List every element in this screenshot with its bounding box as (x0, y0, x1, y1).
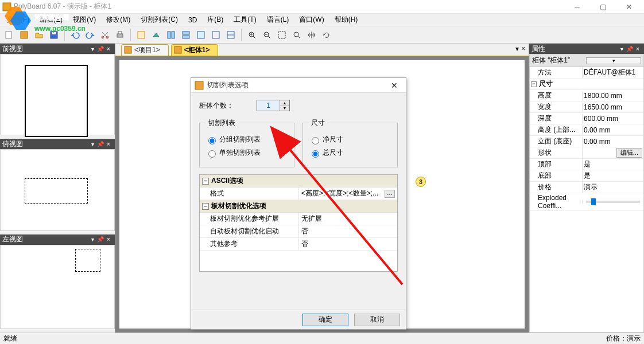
toolbar-view4-icon[interactable] (179, 28, 193, 42)
panel-dropdown-icon[interactable]: ▾ (618, 46, 626, 52)
prop-height-top-value[interactable]: 0.00 mm (582, 126, 643, 135)
cat-ascii[interactable]: −ASCII选项 (200, 175, 397, 187)
toolbar-zoomfit-icon[interactable] (275, 28, 289, 42)
panel-close-icon[interactable]: × (104, 141, 112, 147)
prop-exploded-slider[interactable] (582, 200, 643, 204)
toolbar-zoomout-icon[interactable] (260, 28, 274, 42)
menu-view[interactable]: 视图(V) (68, 14, 100, 26)
radio-net-size[interactable] (312, 137, 319, 144)
toolbar-undo-icon[interactable] (68, 28, 82, 42)
prop-bottom-value[interactable]: 是 (582, 170, 643, 181)
radio-single-cutlist[interactable] (208, 150, 216, 158)
panel-pin-icon[interactable]: 📌 (96, 141, 104, 147)
prop-elev-base-value[interactable]: 0.00 mm (582, 137, 643, 146)
toolbar-zoomin-icon[interactable] (245, 28, 259, 42)
menu-library[interactable]: 库(B) (203, 14, 228, 26)
menu-tools[interactable]: 工具(T) (229, 14, 261, 26)
cancel-button[interactable]: 取消 (354, 314, 400, 326)
prop-cat-dimensions[interactable]: −尺寸 (530, 79, 643, 90)
panel-left-body[interactable] (0, 245, 115, 329)
toolbar-view7-icon[interactable] (224, 28, 238, 42)
toolbar-view2-icon[interactable] (149, 28, 163, 42)
toolbar-pan-icon[interactable] (305, 28, 319, 42)
toolbar-view6-icon[interactable] (209, 28, 223, 42)
toolbar-new-cabinet-icon[interactable] (17, 28, 31, 42)
prop-auto-optim-value[interactable]: 否 (298, 225, 397, 237)
menu-windows[interactable]: 窗口(W) (294, 14, 328, 26)
cabinet-count-stepper[interactable]: ▲ ▼ (257, 100, 290, 111)
status-right: 价格：演示 (606, 334, 641, 343)
prop-other-ref-value[interactable]: 否 (298, 238, 397, 250)
tabs-dropdown-icon[interactable]: ▾ (515, 45, 519, 53)
prop-shape-value[interactable]: 编辑... (582, 147, 643, 158)
prop-height-value[interactable]: 1800.00 mm (582, 91, 643, 100)
panel-front-body[interactable] (0, 54, 115, 135)
toolbar-view1-icon[interactable] (134, 28, 148, 42)
edit-shape-button[interactable]: 编辑... (616, 148, 642, 158)
toolbar-cut-icon[interactable] (98, 28, 112, 42)
menu-3d[interactable]: 3D (184, 15, 201, 25)
panel-dropdown-icon[interactable]: ▾ (88, 236, 96, 243)
prop-width-value[interactable]: 1650.00 mm (582, 103, 643, 112)
prop-top-value[interactable]: 是 (582, 159, 643, 170)
menu-language[interactable]: 语言(L) (262, 14, 294, 26)
panel-pin-icon[interactable]: 📌 (96, 46, 104, 52)
panel-top-body[interactable] (0, 149, 115, 230)
ellipsis-button[interactable]: … (385, 190, 395, 198)
radio-grouped-cutlist[interactable] (208, 137, 216, 144)
tab-cabinet[interactable]: <柜体1> (171, 44, 219, 56)
prop-depth-value[interactable]: 600.00 mm (582, 114, 643, 123)
toolbar-print-icon[interactable] (113, 28, 127, 42)
prop-optim-ext-label: 板材切割优化参考扩展 (200, 213, 298, 225)
radio-gross-size[interactable] (312, 150, 319, 158)
panel-pin-icon[interactable]: 📌 (626, 46, 634, 52)
menu-modify[interactable]: 修改(M) (102, 14, 135, 26)
toolbar-save-icon[interactable] (47, 28, 61, 42)
panel-top-header[interactable]: 俯视图 ▾ 📌 × (0, 139, 115, 149)
toolbar-view3-icon[interactable] (164, 28, 178, 42)
stepper-down-icon[interactable]: ▼ (280, 106, 289, 111)
dialog-titlebar[interactable]: 切割列表选项 ✕ (191, 78, 406, 93)
prop-price-value[interactable]: 演示 (582, 182, 643, 193)
menu-edit[interactable]: 编辑(E) (35, 14, 67, 26)
panel-dropdown-icon[interactable]: ▾ (88, 46, 96, 52)
toolbar-zoomwindow-icon[interactable] (290, 28, 304, 42)
toolbar-open-icon[interactable] (32, 28, 46, 42)
ok-button[interactable]: 确定 (302, 314, 348, 326)
menu-file[interactable]: 文件(F) (2, 14, 34, 26)
panel-close-icon[interactable]: × (104, 236, 112, 243)
cabinet-count-input[interactable] (257, 100, 280, 111)
prop-format-value[interactable]: <高度>;<宽度>;<数量>;...… (298, 187, 397, 200)
panel-pin-icon[interactable]: 📌 (96, 236, 104, 243)
cat-optim[interactable]: −板材切割优化选项 (200, 200, 397, 213)
tabs-close-icon[interactable]: × (521, 45, 525, 53)
menu-help[interactable]: 帮助(H) (330, 14, 363, 26)
panel-left-header[interactable]: 左视图 ▾ 📌 × (0, 234, 115, 245)
prop-width-label: 宽度 (530, 101, 582, 112)
tab-project[interactable]: <项目1> (121, 44, 169, 56)
prop-method-value[interactable]: DÉFAUT@柜体1 (582, 67, 643, 78)
properties-object-selector[interactable]: 柜体 “柜体1” ▾ (530, 54, 643, 67)
prop-other-ref-label: 其他参考 (200, 238, 298, 250)
panel-close-icon[interactable]: × (104, 46, 112, 52)
panel-properties-header[interactable]: 属性 ▾ 📌 × (529, 44, 644, 54)
svg-rect-13 (183, 36, 189, 38)
chevron-down-icon[interactable]: ▾ (586, 57, 641, 64)
panel-close-icon[interactable]: × (634, 46, 642, 52)
window-close-button[interactable]: ✕ (616, 0, 642, 14)
panel-dropdown-icon[interactable]: ▾ (88, 141, 96, 147)
cutlist-options-dialog: 切割列表选项 ✕ 柜体个数： ▲ ▼ 切割列表 分组切割列表 单独切割列表 尺寸… (191, 77, 406, 330)
window-maximize-button[interactable]: ▢ (590, 0, 616, 14)
prop-optim-ext-value[interactable]: 无扩展 (298, 213, 397, 225)
svg-rect-2 (21, 32, 28, 38)
svg-line-19 (253, 36, 255, 38)
dialog-close-button[interactable]: ✕ (386, 81, 402, 90)
toolbar-view5-icon[interactable] (194, 28, 208, 42)
menu-cutlist[interactable]: 切割列表(C) (136, 14, 183, 26)
toolbar-redo-icon[interactable] (83, 28, 97, 42)
panel-front-header[interactable]: 前视图 ▾ 📌 × (0, 44, 115, 54)
stepper-up-icon[interactable]: ▲ (280, 100, 289, 106)
toolbar-new-icon[interactable] (2, 28, 16, 42)
window-minimize-button[interactable]: ─ (564, 0, 590, 14)
toolbar-refresh-icon[interactable] (320, 28, 333, 42)
